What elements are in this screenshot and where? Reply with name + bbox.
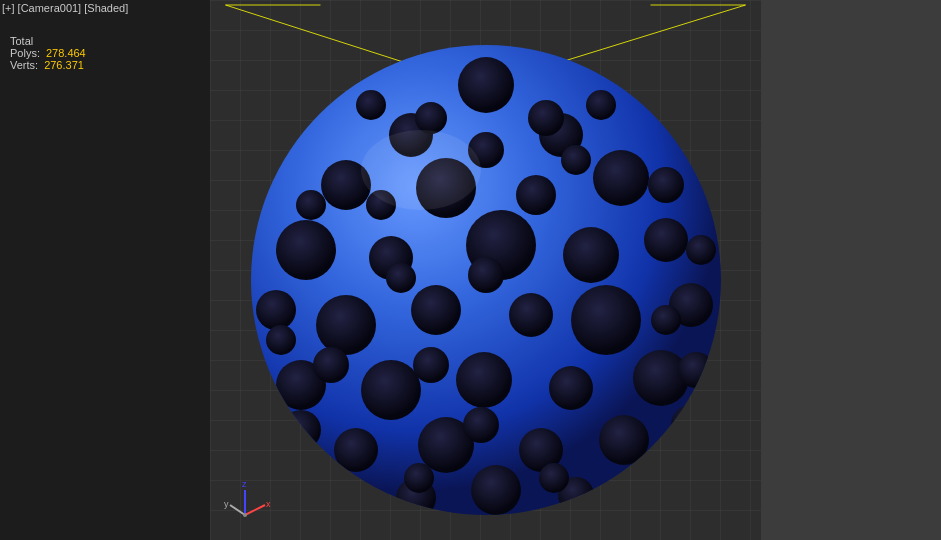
verts-label: Verts: bbox=[10, 59, 38, 71]
svg-point-26 bbox=[361, 360, 421, 420]
svg-point-50 bbox=[686, 235, 716, 265]
svg-line-60 bbox=[245, 505, 265, 515]
svg-point-17 bbox=[563, 227, 619, 283]
sphere-object bbox=[236, 30, 736, 530]
svg-point-51 bbox=[266, 325, 296, 355]
svg-point-33 bbox=[599, 415, 649, 465]
svg-point-12 bbox=[516, 175, 556, 215]
svg-point-66 bbox=[243, 513, 247, 517]
svg-point-13 bbox=[593, 150, 649, 206]
right-panel: Layer: 0 (default) ? × bbox=[761, 0, 941, 540]
svg-point-38 bbox=[561, 145, 591, 175]
svg-point-52 bbox=[356, 90, 386, 120]
svg-point-19 bbox=[256, 290, 296, 330]
svg-point-48 bbox=[528, 100, 564, 136]
svg-point-23 bbox=[571, 285, 641, 355]
svg-point-43 bbox=[386, 263, 416, 293]
svg-point-39 bbox=[651, 305, 681, 335]
svg-point-55 bbox=[281, 410, 321, 450]
svg-point-27 bbox=[456, 352, 512, 408]
svg-point-6 bbox=[458, 57, 514, 113]
svg-point-59 bbox=[361, 130, 481, 210]
svg-point-47 bbox=[633, 467, 669, 503]
svg-point-35 bbox=[471, 465, 521, 515]
polys-label: Polys: bbox=[10, 47, 40, 59]
svg-point-49 bbox=[415, 102, 447, 134]
svg-point-20 bbox=[316, 295, 376, 355]
viewport-label: [+] [Camera001] [Shaded] bbox=[2, 2, 128, 14]
svg-point-53 bbox=[586, 90, 616, 120]
svg-point-46 bbox=[678, 352, 714, 388]
svg-point-45 bbox=[296, 190, 326, 220]
svg-point-41 bbox=[463, 407, 499, 443]
verts-value: 276.371 bbox=[44, 59, 84, 71]
svg-point-57 bbox=[404, 463, 434, 493]
svg-point-28 bbox=[549, 366, 593, 410]
svg-point-44 bbox=[648, 167, 684, 203]
left-panel: [+] [Camera001] [Shaded] Total Polys: 27… bbox=[0, 0, 210, 540]
svg-point-18 bbox=[644, 218, 688, 262]
svg-point-42 bbox=[313, 347, 349, 383]
svg-point-22 bbox=[509, 293, 553, 337]
svg-point-54 bbox=[671, 405, 711, 445]
stats-panel: Total Polys: 278.464 Verts: 276.371 bbox=[10, 35, 86, 71]
svg-point-58 bbox=[539, 463, 569, 493]
axes-indicator: x y z bbox=[220, 475, 270, 525]
svg-text:x: x bbox=[266, 499, 270, 509]
svg-point-14 bbox=[276, 220, 336, 280]
svg-text:z: z bbox=[242, 479, 247, 489]
svg-point-40 bbox=[413, 347, 449, 383]
svg-text:y: y bbox=[224, 499, 229, 509]
svg-point-30 bbox=[334, 428, 378, 472]
svg-point-21 bbox=[411, 285, 461, 335]
main-viewport[interactable]: x y z bbox=[210, 0, 761, 540]
svg-point-56 bbox=[468, 257, 504, 293]
polys-value: 278.464 bbox=[46, 47, 86, 59]
svg-line-62 bbox=[230, 505, 245, 515]
total-label: Total bbox=[10, 35, 86, 47]
